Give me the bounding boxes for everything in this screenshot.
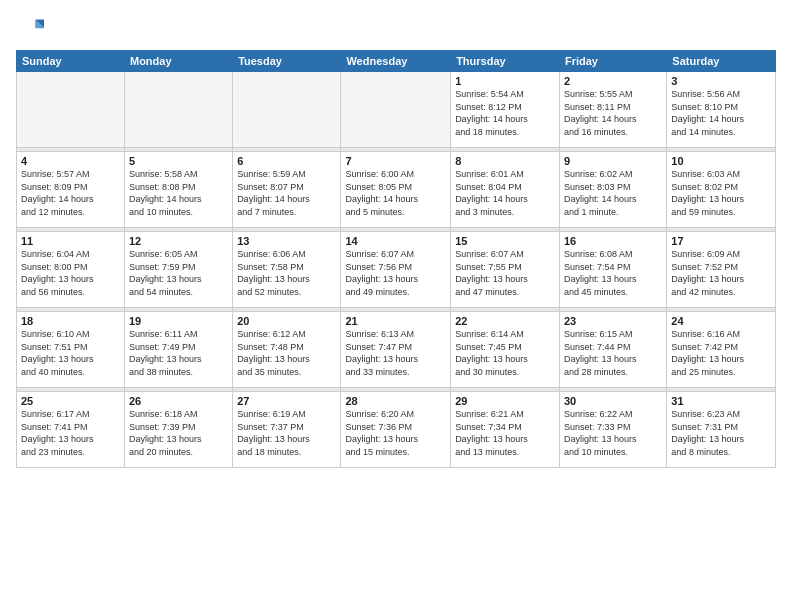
day-info: Sunrise: 6:16 AM Sunset: 7:42 PM Dayligh… [671, 328, 771, 378]
week-row-2: 4Sunrise: 5:57 AM Sunset: 8:09 PM Daylig… [17, 152, 776, 228]
day-number: 17 [671, 235, 771, 247]
weekday-header-tuesday: Tuesday [233, 51, 341, 72]
day-info: Sunrise: 5:56 AM Sunset: 8:10 PM Dayligh… [671, 88, 771, 138]
day-number: 2 [564, 75, 662, 87]
calendar-cell: 5Sunrise: 5:58 AM Sunset: 8:08 PM Daylig… [124, 152, 232, 228]
day-number: 28 [345, 395, 446, 407]
day-info: Sunrise: 5:54 AM Sunset: 8:12 PM Dayligh… [455, 88, 555, 138]
day-number: 15 [455, 235, 555, 247]
day-info: Sunrise: 6:19 AM Sunset: 7:37 PM Dayligh… [237, 408, 336, 458]
day-info: Sunrise: 5:59 AM Sunset: 8:07 PM Dayligh… [237, 168, 336, 218]
day-number: 13 [237, 235, 336, 247]
day-number: 1 [455, 75, 555, 87]
calendar-cell: 14Sunrise: 6:07 AM Sunset: 7:56 PM Dayli… [341, 232, 451, 308]
day-info: Sunrise: 6:05 AM Sunset: 7:59 PM Dayligh… [129, 248, 228, 298]
week-row-3: 11Sunrise: 6:04 AM Sunset: 8:00 PM Dayli… [17, 232, 776, 308]
calendar-cell: 12Sunrise: 6:05 AM Sunset: 7:59 PM Dayli… [124, 232, 232, 308]
day-info: Sunrise: 6:17 AM Sunset: 7:41 PM Dayligh… [21, 408, 120, 458]
weekday-header-monday: Monday [124, 51, 232, 72]
calendar-cell [17, 72, 125, 148]
day-info: Sunrise: 5:58 AM Sunset: 8:08 PM Dayligh… [129, 168, 228, 218]
calendar-cell [233, 72, 341, 148]
calendar-cell: 15Sunrise: 6:07 AM Sunset: 7:55 PM Dayli… [451, 232, 560, 308]
calendar-cell [341, 72, 451, 148]
day-number: 12 [129, 235, 228, 247]
day-number: 7 [345, 155, 446, 167]
day-info: Sunrise: 6:02 AM Sunset: 8:03 PM Dayligh… [564, 168, 662, 218]
day-info: Sunrise: 6:08 AM Sunset: 7:54 PM Dayligh… [564, 248, 662, 298]
calendar-cell: 24Sunrise: 6:16 AM Sunset: 7:42 PM Dayli… [667, 312, 776, 388]
calendar-cell: 18Sunrise: 6:10 AM Sunset: 7:51 PM Dayli… [17, 312, 125, 388]
calendar-cell [124, 72, 232, 148]
calendar: SundayMondayTuesdayWednesdayThursdayFrid… [16, 50, 776, 468]
day-info: Sunrise: 6:12 AM Sunset: 7:48 PM Dayligh… [237, 328, 336, 378]
calendar-cell: 9Sunrise: 6:02 AM Sunset: 8:03 PM Daylig… [559, 152, 666, 228]
calendar-cell: 8Sunrise: 6:01 AM Sunset: 8:04 PM Daylig… [451, 152, 560, 228]
day-number: 11 [21, 235, 120, 247]
page: SundayMondayTuesdayWednesdayThursdayFrid… [0, 0, 792, 612]
calendar-cell: 25Sunrise: 6:17 AM Sunset: 7:41 PM Dayli… [17, 392, 125, 468]
weekday-header-saturday: Saturday [667, 51, 776, 72]
day-info: Sunrise: 6:22 AM Sunset: 7:33 PM Dayligh… [564, 408, 662, 458]
day-info: Sunrise: 6:15 AM Sunset: 7:44 PM Dayligh… [564, 328, 662, 378]
weekday-header-wednesday: Wednesday [341, 51, 451, 72]
calendar-cell: 26Sunrise: 6:18 AM Sunset: 7:39 PM Dayli… [124, 392, 232, 468]
calendar-cell: 19Sunrise: 6:11 AM Sunset: 7:49 PM Dayli… [124, 312, 232, 388]
day-number: 18 [21, 315, 120, 327]
day-info: Sunrise: 6:00 AM Sunset: 8:05 PM Dayligh… [345, 168, 446, 218]
day-number: 26 [129, 395, 228, 407]
day-info: Sunrise: 6:07 AM Sunset: 7:55 PM Dayligh… [455, 248, 555, 298]
calendar-cell: 16Sunrise: 6:08 AM Sunset: 7:54 PM Dayli… [559, 232, 666, 308]
calendar-cell: 31Sunrise: 6:23 AM Sunset: 7:31 PM Dayli… [667, 392, 776, 468]
day-info: Sunrise: 6:20 AM Sunset: 7:36 PM Dayligh… [345, 408, 446, 458]
calendar-cell: 10Sunrise: 6:03 AM Sunset: 8:02 PM Dayli… [667, 152, 776, 228]
day-info: Sunrise: 5:55 AM Sunset: 8:11 PM Dayligh… [564, 88, 662, 138]
calendar-cell: 11Sunrise: 6:04 AM Sunset: 8:00 PM Dayli… [17, 232, 125, 308]
weekday-header-friday: Friday [559, 51, 666, 72]
day-number: 3 [671, 75, 771, 87]
day-number: 6 [237, 155, 336, 167]
day-info: Sunrise: 6:14 AM Sunset: 7:45 PM Dayligh… [455, 328, 555, 378]
calendar-cell: 13Sunrise: 6:06 AM Sunset: 7:58 PM Dayli… [233, 232, 341, 308]
day-number: 22 [455, 315, 555, 327]
day-number: 29 [455, 395, 555, 407]
calendar-cell: 20Sunrise: 6:12 AM Sunset: 7:48 PM Dayli… [233, 312, 341, 388]
calendar-cell: 1Sunrise: 5:54 AM Sunset: 8:12 PM Daylig… [451, 72, 560, 148]
day-number: 4 [21, 155, 120, 167]
day-info: Sunrise: 6:13 AM Sunset: 7:47 PM Dayligh… [345, 328, 446, 378]
day-info: Sunrise: 6:09 AM Sunset: 7:52 PM Dayligh… [671, 248, 771, 298]
calendar-cell: 2Sunrise: 5:55 AM Sunset: 8:11 PM Daylig… [559, 72, 666, 148]
calendar-cell: 23Sunrise: 6:15 AM Sunset: 7:44 PM Dayli… [559, 312, 666, 388]
day-number: 19 [129, 315, 228, 327]
logo-icon [16, 16, 44, 44]
day-number: 23 [564, 315, 662, 327]
day-number: 30 [564, 395, 662, 407]
day-info: Sunrise: 6:03 AM Sunset: 8:02 PM Dayligh… [671, 168, 771, 218]
day-number: 16 [564, 235, 662, 247]
day-number: 14 [345, 235, 446, 247]
weekday-header-sunday: Sunday [17, 51, 125, 72]
day-info: Sunrise: 6:23 AM Sunset: 7:31 PM Dayligh… [671, 408, 771, 458]
calendar-cell: 6Sunrise: 5:59 AM Sunset: 8:07 PM Daylig… [233, 152, 341, 228]
day-number: 9 [564, 155, 662, 167]
calendar-cell: 27Sunrise: 6:19 AM Sunset: 7:37 PM Dayli… [233, 392, 341, 468]
day-number: 27 [237, 395, 336, 407]
day-info: Sunrise: 6:10 AM Sunset: 7:51 PM Dayligh… [21, 328, 120, 378]
day-info: Sunrise: 6:11 AM Sunset: 7:49 PM Dayligh… [129, 328, 228, 378]
week-row-5: 25Sunrise: 6:17 AM Sunset: 7:41 PM Dayli… [17, 392, 776, 468]
day-info: Sunrise: 6:07 AM Sunset: 7:56 PM Dayligh… [345, 248, 446, 298]
day-info: Sunrise: 6:21 AM Sunset: 7:34 PM Dayligh… [455, 408, 555, 458]
calendar-cell: 28Sunrise: 6:20 AM Sunset: 7:36 PM Dayli… [341, 392, 451, 468]
day-number: 24 [671, 315, 771, 327]
calendar-cell: 4Sunrise: 5:57 AM Sunset: 8:09 PM Daylig… [17, 152, 125, 228]
calendar-cell: 17Sunrise: 6:09 AM Sunset: 7:52 PM Dayli… [667, 232, 776, 308]
day-info: Sunrise: 6:18 AM Sunset: 7:39 PM Dayligh… [129, 408, 228, 458]
calendar-cell: 29Sunrise: 6:21 AM Sunset: 7:34 PM Dayli… [451, 392, 560, 468]
day-info: Sunrise: 6:04 AM Sunset: 8:00 PM Dayligh… [21, 248, 120, 298]
calendar-cell: 21Sunrise: 6:13 AM Sunset: 7:47 PM Dayli… [341, 312, 451, 388]
calendar-cell: 22Sunrise: 6:14 AM Sunset: 7:45 PM Dayli… [451, 312, 560, 388]
day-number: 21 [345, 315, 446, 327]
day-info: Sunrise: 6:01 AM Sunset: 8:04 PM Dayligh… [455, 168, 555, 218]
week-row-1: 1Sunrise: 5:54 AM Sunset: 8:12 PM Daylig… [17, 72, 776, 148]
day-number: 20 [237, 315, 336, 327]
